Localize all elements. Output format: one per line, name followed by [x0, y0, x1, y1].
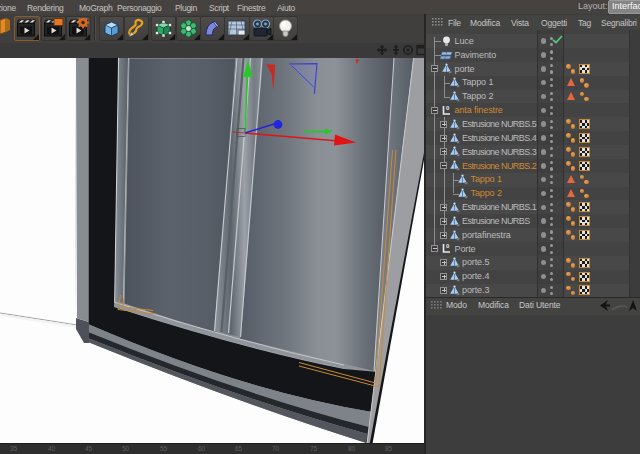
svg-text:0: 0	[446, 105, 450, 111]
svg-text:80: 80	[348, 445, 356, 452]
svg-text:50: 50	[122, 445, 130, 452]
svg-text:65: 65	[235, 445, 243, 452]
svg-text:0: 0	[446, 243, 450, 249]
svg-text:60: 60	[198, 445, 206, 452]
svg-text:35: 35	[10, 445, 18, 452]
svg-text:85: 85	[385, 445, 393, 452]
svg-text:75: 75	[310, 445, 318, 452]
svg-text:40: 40	[48, 445, 56, 452]
svg-text:70: 70	[272, 445, 280, 452]
svg-text:45: 45	[85, 445, 93, 452]
svg-text:55: 55	[160, 445, 168, 452]
